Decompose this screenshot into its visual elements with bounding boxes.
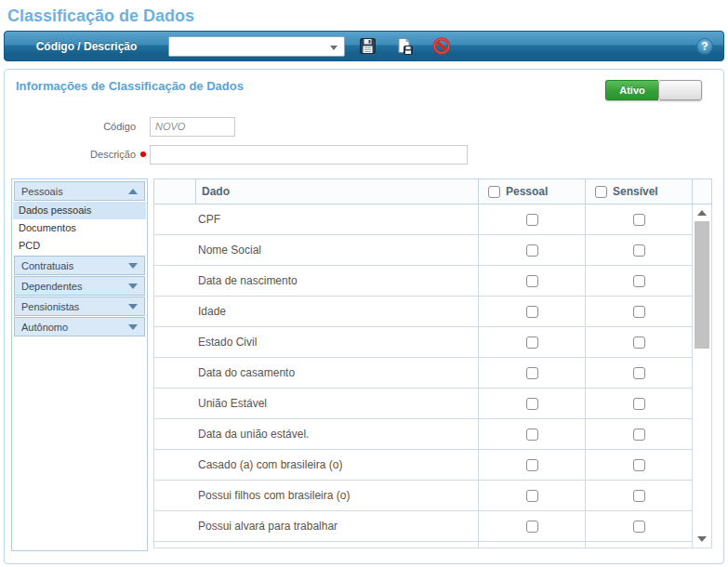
sensivel-checkbox[interactable] — [633, 306, 645, 318]
sensivel-cell — [586, 297, 693, 327]
pessoal-cell — [479, 204, 586, 235]
dado-cell: Possui alvará para trabalhar — [154, 511, 479, 542]
sensivel-checkbox[interactable] — [633, 336, 645, 349]
pessoal-checkbox[interactable] — [526, 367, 538, 379]
pessoal-checkbox[interactable] — [526, 244, 538, 257]
tree-group-label: Pensionistas — [21, 301, 79, 312]
tree-item-dados-pessoais[interactable]: Dados pessoais — [13, 202, 146, 219]
pessoal-cell — [479, 511, 586, 542]
sensivel-checkbox[interactable] — [633, 429, 645, 441]
sensivel-cell — [586, 450, 693, 481]
tree-group-contratuais[interactable]: Contratuais — [14, 256, 145, 275]
pessoal-checkbox[interactable] — [526, 336, 538, 349]
content-row: Pessoais Dados pessoais Documentos PCD C… — [11, 178, 712, 551]
table-row-partial — [154, 542, 712, 548]
required-dot-icon — [140, 152, 146, 157]
descricao-input[interactable] — [150, 145, 468, 165]
help-button[interactable]: ? — [696, 38, 713, 55]
dado-cell: Idade — [154, 297, 479, 327]
dado-cell: Data do casamento — [154, 358, 479, 389]
sensivel-cell — [586, 235, 693, 266]
tree-group-pensionistas[interactable]: Pensionistas — [14, 297, 145, 316]
sensivel-column-header: Sensível — [586, 179, 693, 204]
record-combobox[interactable] — [168, 36, 345, 57]
sensivel-checkbox[interactable] — [633, 459, 645, 471]
descricao-required-marker — [136, 152, 150, 157]
tree-item-documentos[interactable]: Documentos — [13, 219, 146, 237]
table-row: Casado (a) com brasileira (o) — [154, 450, 712, 481]
pessoal-checkbox[interactable] — [526, 490, 538, 502]
pessoal-checkbox[interactable] — [526, 459, 538, 471]
dado-cell: Estado Civil — [154, 327, 479, 358]
active-toggle-knob[interactable] — [658, 80, 702, 100]
save-button[interactable] — [358, 37, 377, 56]
tree-group-autonomo[interactable]: Autônomo — [14, 317, 145, 336]
descricao-label: Descrição — [5, 149, 136, 160]
chevron-down-icon — [128, 324, 138, 330]
pessoal-checkbox[interactable] — [526, 521, 538, 533]
save-new-button[interactable] — [395, 37, 414, 56]
sensivel-cell — [586, 511, 693, 542]
pessoal-cell — [479, 235, 586, 266]
sensivel-checkbox[interactable] — [633, 398, 645, 410]
scrollbar-thumb[interactable] — [695, 221, 709, 349]
pessoal-checkbox[interactable] — [526, 398, 538, 410]
scroll-down-icon[interactable] — [697, 536, 707, 542]
pessoal-select-all-checkbox[interactable] — [488, 186, 500, 198]
page-title: Classificação de Dados — [7, 7, 721, 26]
tree-group-dependentes[interactable]: Dependentes — [14, 276, 145, 296]
pessoal-cell — [479, 481, 586, 511]
chevron-down-icon[interactable] — [330, 46, 338, 50]
table-row: Nome Social — [154, 235, 712, 266]
table-row: União Estável — [154, 389, 712, 419]
cancel-button[interactable] — [432, 37, 451, 56]
dado-cell: Nome Social — [154, 235, 479, 266]
table-row: CPF — [154, 204, 712, 235]
codigo-input[interactable] — [150, 117, 235, 137]
table-row: Possui alvará para trabalhar — [154, 511, 712, 542]
sensivel-select-all-checkbox[interactable] — [595, 186, 607, 198]
tree-item-pcd[interactable]: PCD — [13, 237, 146, 255]
sensivel-cell — [586, 542, 693, 548]
sensivel-checkbox[interactable] — [633, 490, 645, 502]
tree-group-label: Contratuais — [21, 260, 73, 271]
chevron-down-icon — [128, 304, 138, 310]
table-scrollbar[interactable] — [693, 204, 712, 548]
table-row: Data do casamento — [154, 358, 712, 389]
dado-cell: Data da união estável. — [154, 419, 479, 450]
dado-cell: Casado (a) com brasileira (o) — [154, 450, 479, 481]
pessoal-checkbox[interactable] — [526, 214, 538, 226]
pessoal-checkbox[interactable] — [526, 275, 538, 287]
sensivel-column-label: Sensível — [613, 185, 658, 198]
scroll-up-icon[interactable] — [697, 210, 707, 216]
chevron-down-icon — [128, 284, 138, 289]
pessoal-cell — [479, 542, 586, 548]
sensivel-cell — [586, 481, 693, 511]
pessoal-column-label: Pessoal — [506, 185, 548, 198]
pessoal-cell — [479, 389, 586, 419]
sensivel-checkbox[interactable] — [633, 367, 645, 379]
pessoal-cell — [479, 327, 586, 358]
category-tree: Pessoais Dados pessoais Documentos PCD C… — [11, 178, 148, 551]
pessoal-checkbox[interactable] — [526, 429, 538, 441]
row-handle-header — [154, 179, 196, 204]
sensivel-checkbox[interactable] — [633, 275, 645, 287]
tree-group-label: Dependentes — [21, 281, 82, 292]
codigo-field-row: Código — [5, 116, 723, 137]
active-toggle[interactable]: Ativo — [605, 80, 702, 100]
chevron-up-icon — [128, 189, 138, 194]
dado-cell — [154, 542, 479, 548]
pessoal-cell — [479, 450, 586, 481]
dado-cell: União Estável — [154, 389, 479, 419]
pessoal-column-header: Pessoal — [479, 179, 586, 204]
sensivel-checkbox[interactable] — [633, 244, 645, 257]
form-fields: Código Descrição — [5, 116, 723, 165]
table-row: Estado Civil — [154, 327, 712, 358]
record-combobox-input[interactable] — [169, 37, 320, 56]
pessoal-checkbox[interactable] — [526, 306, 538, 318]
sensivel-checkbox[interactable] — [633, 214, 645, 226]
tree-group-pessoais[interactable]: Pessoais — [14, 181, 145, 201]
cancel-icon — [432, 36, 451, 56]
sensivel-checkbox[interactable] — [633, 521, 645, 533]
codigo-label: Código — [5, 121, 136, 132]
